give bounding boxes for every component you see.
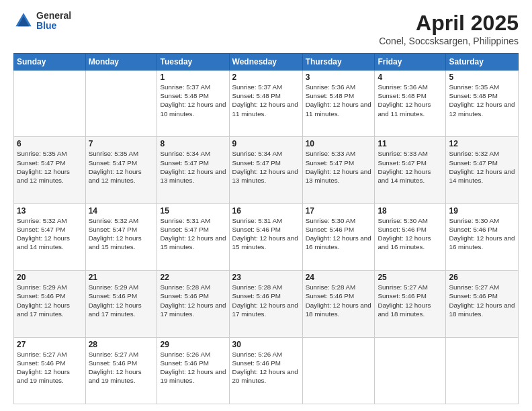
logo-icon <box>13 11 34 31</box>
day-info: Sunrise: 5:35 AM Sunset: 5:47 PM Dayligh… <box>17 149 83 185</box>
day-info: Sunrise: 5:27 AM Sunset: 5:46 PM Dayligh… <box>89 350 154 385</box>
col-header-sunday: Sunday <box>14 54 86 71</box>
day-info: Sunrise: 5:30 AM Sunset: 5:46 PM Dayligh… <box>378 216 443 252</box>
day-cell: 25Sunrise: 5:27 AM Sunset: 5:46 PM Dayli… <box>375 271 446 337</box>
day-number: 22 <box>160 273 226 282</box>
day-info: Sunrise: 5:31 AM Sunset: 5:47 PM Dayligh… <box>160 216 226 252</box>
day-cell: 23Sunrise: 5:28 AM Sunset: 5:46 PM Dayli… <box>229 271 302 337</box>
day-number: 4 <box>378 73 443 82</box>
day-number: 3 <box>306 73 372 82</box>
day-number: 19 <box>449 206 515 216</box>
day-cell: 3Sunrise: 5:36 AM Sunset: 5:48 PM Daylig… <box>302 71 375 137</box>
logo-blue: Blue <box>36 21 71 31</box>
day-info: Sunrise: 5:34 AM Sunset: 5:47 PM Dayligh… <box>232 149 300 185</box>
day-cell: 20Sunrise: 5:29 AM Sunset: 5:46 PM Dayli… <box>14 271 86 337</box>
day-number: 14 <box>89 206 154 216</box>
page: General Blue April 2025 Conel, Soccsksar… <box>0 0 532 411</box>
day-cell <box>302 337 375 404</box>
day-number: 25 <box>378 273 443 282</box>
day-cell: 18Sunrise: 5:30 AM Sunset: 5:46 PM Dayli… <box>375 203 446 270</box>
day-cell: 27Sunrise: 5:27 AM Sunset: 5:46 PM Dayli… <box>14 337 86 404</box>
day-number: 27 <box>17 340 83 349</box>
day-number: 24 <box>306 273 372 282</box>
day-info: Sunrise: 5:33 AM Sunset: 5:47 PM Dayligh… <box>378 149 443 185</box>
day-info: Sunrise: 5:28 AM Sunset: 5:46 PM Dayligh… <box>160 283 226 318</box>
day-cell: 11Sunrise: 5:33 AM Sunset: 5:47 PM Dayli… <box>375 137 446 203</box>
subtitle: Conel, Soccsksargen, Philippines <box>379 36 519 46</box>
day-info: Sunrise: 5:37 AM Sunset: 5:48 PM Dayligh… <box>232 83 300 118</box>
day-info: Sunrise: 5:36 AM Sunset: 5:48 PM Dayligh… <box>378 83 443 118</box>
day-info: Sunrise: 5:27 AM Sunset: 5:46 PM Dayligh… <box>449 283 515 318</box>
day-number: 23 <box>232 273 300 282</box>
day-cell: 2Sunrise: 5:37 AM Sunset: 5:48 PM Daylig… <box>229 71 302 137</box>
day-cell: 21Sunrise: 5:29 AM Sunset: 5:46 PM Dayli… <box>85 271 157 337</box>
col-header-tuesday: Tuesday <box>157 54 229 71</box>
col-header-saturday: Saturday <box>446 54 519 71</box>
day-cell: 26Sunrise: 5:27 AM Sunset: 5:46 PM Dayli… <box>446 271 519 337</box>
day-info: Sunrise: 5:32 AM Sunset: 5:47 PM Dayligh… <box>449 149 515 185</box>
day-cell: 5Sunrise: 5:35 AM Sunset: 5:48 PM Daylig… <box>446 71 519 137</box>
logo-text: General Blue <box>36 11 71 32</box>
day-cell: 13Sunrise: 5:32 AM Sunset: 5:47 PM Dayli… <box>14 203 86 270</box>
day-number: 30 <box>232 340 300 349</box>
logo: General Blue <box>13 11 71 32</box>
day-cell <box>446 337 519 404</box>
day-cell: 30Sunrise: 5:26 AM Sunset: 5:46 PM Dayli… <box>229 337 302 404</box>
col-header-friday: Friday <box>375 54 446 71</box>
day-info: Sunrise: 5:29 AM Sunset: 5:46 PM Dayligh… <box>17 283 83 318</box>
day-info: Sunrise: 5:31 AM Sunset: 5:46 PM Dayligh… <box>232 216 300 252</box>
day-cell: 29Sunrise: 5:26 AM Sunset: 5:46 PM Dayli… <box>157 337 229 404</box>
col-header-thursday: Thursday <box>302 54 375 71</box>
day-info: Sunrise: 5:33 AM Sunset: 5:47 PM Dayligh… <box>306 149 372 185</box>
day-cell: 8Sunrise: 5:34 AM Sunset: 5:47 PM Daylig… <box>157 137 229 203</box>
week-row-1: 1Sunrise: 5:37 AM Sunset: 5:48 PM Daylig… <box>14 71 519 137</box>
main-title: April 2025 <box>379 11 519 36</box>
day-number: 28 <box>89 340 154 349</box>
calendar-table: SundayMondayTuesdayWednesdayThursdayFrid… <box>13 53 519 404</box>
calendar-header-row: SundayMondayTuesdayWednesdayThursdayFrid… <box>14 54 519 71</box>
day-info: Sunrise: 5:28 AM Sunset: 5:46 PM Dayligh… <box>306 283 372 318</box>
col-header-monday: Monday <box>85 54 157 71</box>
day-number: 10 <box>306 139 372 148</box>
day-info: Sunrise: 5:32 AM Sunset: 5:47 PM Dayligh… <box>17 216 83 252</box>
day-number: 21 <box>89 273 154 282</box>
logo-general: General <box>36 11 71 21</box>
day-info: Sunrise: 5:30 AM Sunset: 5:46 PM Dayligh… <box>449 216 515 252</box>
day-info: Sunrise: 5:36 AM Sunset: 5:48 PM Dayligh… <box>306 83 372 118</box>
day-cell: 16Sunrise: 5:31 AM Sunset: 5:46 PM Dayli… <box>229 203 302 270</box>
day-info: Sunrise: 5:30 AM Sunset: 5:46 PM Dayligh… <box>306 216 372 252</box>
day-info: Sunrise: 5:34 AM Sunset: 5:47 PM Dayligh… <box>160 149 226 185</box>
title-block: April 2025 Conel, Soccsksargen, Philippi… <box>379 11 519 46</box>
day-number: 6 <box>17 139 83 148</box>
day-cell <box>85 71 157 137</box>
day-number: 2 <box>232 73 300 82</box>
day-number: 9 <box>232 139 300 148</box>
day-number: 8 <box>160 139 226 148</box>
header: General Blue April 2025 Conel, Soccsksar… <box>13 11 519 46</box>
day-number: 16 <box>232 206 300 216</box>
day-info: Sunrise: 5:35 AM Sunset: 5:48 PM Dayligh… <box>449 83 515 118</box>
day-info: Sunrise: 5:27 AM Sunset: 5:46 PM Dayligh… <box>378 283 443 318</box>
day-cell: 28Sunrise: 5:27 AM Sunset: 5:46 PM Dayli… <box>85 337 157 404</box>
day-number: 7 <box>89 139 154 148</box>
day-info: Sunrise: 5:35 AM Sunset: 5:47 PM Dayligh… <box>89 149 154 185</box>
day-info: Sunrise: 5:37 AM Sunset: 5:48 PM Dayligh… <box>160 83 226 118</box>
day-info: Sunrise: 5:28 AM Sunset: 5:46 PM Dayligh… <box>232 283 300 318</box>
day-cell: 4Sunrise: 5:36 AM Sunset: 5:48 PM Daylig… <box>375 71 446 137</box>
day-number: 11 <box>378 139 443 148</box>
day-cell <box>14 71 86 137</box>
col-header-wednesday: Wednesday <box>229 54 302 71</box>
day-info: Sunrise: 5:26 AM Sunset: 5:46 PM Dayligh… <box>160 350 226 385</box>
day-info: Sunrise: 5:29 AM Sunset: 5:46 PM Dayligh… <box>89 283 154 318</box>
day-number: 26 <box>449 273 515 282</box>
day-number: 29 <box>160 340 226 349</box>
week-row-3: 13Sunrise: 5:32 AM Sunset: 5:47 PM Dayli… <box>14 203 519 270</box>
day-info: Sunrise: 5:27 AM Sunset: 5:46 PM Dayligh… <box>17 350 83 385</box>
day-info: Sunrise: 5:26 AM Sunset: 5:46 PM Dayligh… <box>232 350 300 385</box>
day-number: 12 <box>449 139 515 148</box>
day-info: Sunrise: 5:32 AM Sunset: 5:47 PM Dayligh… <box>89 216 154 252</box>
day-cell: 7Sunrise: 5:35 AM Sunset: 5:47 PM Daylig… <box>85 137 157 203</box>
week-row-2: 6Sunrise: 5:35 AM Sunset: 5:47 PM Daylig… <box>14 137 519 203</box>
day-number: 1 <box>160 73 226 82</box>
day-cell: 24Sunrise: 5:28 AM Sunset: 5:46 PM Dayli… <box>302 271 375 337</box>
